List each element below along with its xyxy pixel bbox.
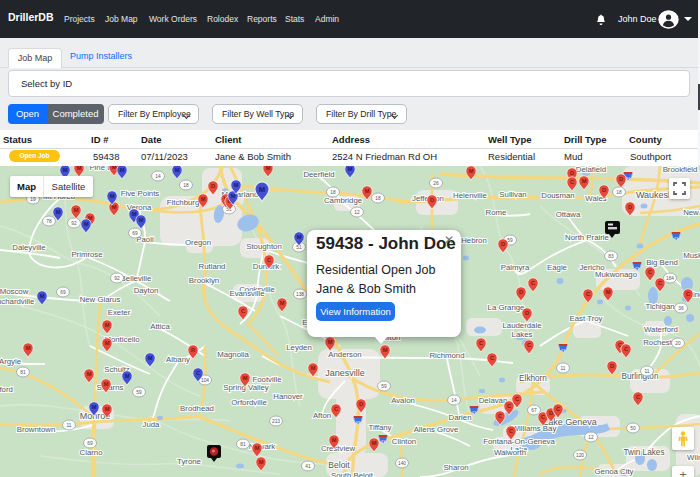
svg-text:14: 14 [155, 174, 161, 179]
svg-text:Cambridge: Cambridge [324, 196, 362, 205]
svg-text:New Berlin: New Berlin [683, 208, 700, 217]
svg-text:C: C [570, 179, 574, 185]
svg-text:M: M [84, 221, 89, 227]
svg-text:M: M [56, 209, 61, 215]
svg-text:Tiffany: Tiffany [369, 423, 392, 432]
svg-text:Five Points: Five Points [121, 189, 160, 198]
svg-text:Walworth: Walworth [494, 448, 526, 457]
svg-text:M: M [104, 381, 109, 387]
svg-text:83: 83 [608, 254, 614, 259]
svg-text:M: M [139, 217, 144, 223]
svg-text:C: C [241, 308, 245, 314]
svg-text:M: M [266, 166, 271, 171]
svg-text:M: M [105, 406, 110, 412]
svg-text:Fitchburg: Fitchburg [167, 198, 200, 207]
svg-text:D: D [610, 363, 614, 369]
svg-text:M: M [259, 459, 264, 465]
svg-text:C: C [586, 291, 590, 297]
svg-text:C: C [515, 396, 519, 402]
svg-text:D: D [430, 197, 434, 203]
svg-text:Dousman: Dousman [541, 191, 574, 200]
svg-text:14: 14 [451, 398, 457, 403]
svg-text:138: 138 [296, 292, 304, 297]
svg-text:Richmond: Richmond [429, 351, 464, 360]
svg-text:39: 39 [356, 420, 361, 425]
svg-text:M: M [201, 196, 206, 202]
svg-text:M: M [311, 365, 316, 371]
svg-text:M: M [383, 347, 388, 353]
svg-text:69: 69 [60, 290, 66, 295]
svg-text:Lakes: Lakes [512, 330, 533, 339]
svg-text:Argyle: Argyle [0, 357, 21, 366]
svg-text:M: M [120, 167, 125, 173]
svg-text:Wilmot: Wilmot [687, 453, 700, 462]
svg-text:20: 20 [675, 341, 681, 346]
svg-text:19: 19 [30, 197, 36, 202]
svg-text:M: M [175, 167, 180, 173]
svg-text:59: 59 [136, 390, 142, 395]
svg-text:M: M [148, 355, 153, 361]
svg-text:M: M [255, 445, 260, 451]
svg-text:Blanchardville: Blanchardville [0, 297, 34, 306]
svg-text:C: C [624, 346, 628, 352]
svg-text:41: 41 [305, 464, 311, 469]
svg-text:C: C [648, 269, 652, 275]
svg-text:M: M [110, 193, 115, 199]
svg-text:Orfordville: Orfordville [231, 398, 267, 407]
svg-text:M: M [105, 340, 110, 346]
svg-text:C: C [196, 370, 200, 376]
svg-text:M: M [40, 293, 45, 299]
svg-text:78: 78 [46, 219, 52, 224]
svg-text:Brooklyn: Brooklyn [189, 276, 219, 285]
svg-text:59: 59 [381, 384, 387, 389]
svg-text:D: D [525, 310, 529, 316]
svg-text:43: 43 [381, 439, 386, 444]
svg-text:M: M [582, 178, 587, 184]
svg-text:C: C [509, 428, 513, 434]
svg-text:Delavan: Delavan [479, 396, 508, 405]
svg-text:M: M [280, 300, 285, 306]
svg-text:Darien: Darien [449, 413, 472, 422]
svg-text:Moscow: Moscow [0, 287, 29, 296]
svg-text:Elkhorn: Elkhorn [519, 374, 547, 383]
svg-text:M: M [74, 207, 79, 213]
svg-text:M: M [77, 166, 82, 171]
svg-text:M: M [469, 168, 474, 174]
svg-text:M: M [348, 166, 353, 172]
svg-text:140: 140 [398, 461, 406, 466]
svg-text:11: 11 [67, 423, 72, 428]
svg-text:D: D [501, 241, 505, 247]
svg-text:D: D [549, 410, 553, 416]
svg-text:Mukwonago: Mukwonago [595, 270, 638, 279]
svg-text:Sullivan: Sullivan [499, 190, 526, 199]
svg-text:Tichigan: Tichigan [645, 302, 674, 311]
svg-text:Belleville: Belleville [121, 274, 152, 283]
svg-text:12: 12 [588, 435, 594, 440]
svg-text:M: M [26, 345, 31, 351]
svg-text:D: D [619, 176, 623, 182]
svg-text:Stoughton: Stoughton [246, 242, 282, 251]
svg-text:Rutland: Rutland [199, 262, 226, 271]
svg-text:Brookfield: Brookfield [663, 166, 698, 174]
svg-text:Delafield: Delafield [576, 166, 606, 174]
svg-text:213: 213 [272, 419, 280, 424]
svg-text:M: M [297, 234, 302, 240]
svg-text:Brodhead: Brodhead [180, 404, 214, 413]
svg-text:M: M [332, 437, 337, 443]
svg-text:26: 26 [433, 181, 439, 186]
svg-text:D: D [359, 401, 363, 407]
svg-text:M: M [92, 404, 97, 410]
svg-text:C: C [658, 280, 662, 286]
svg-text:M: M [132, 211, 137, 217]
svg-text:11: 11 [561, 366, 566, 371]
svg-text:Ottawa: Ottawa [556, 210, 581, 219]
svg-text:R: R [191, 347, 195, 353]
svg-text:M: M [105, 322, 110, 328]
svg-text:Juda: Juda [143, 420, 161, 429]
svg-text:C: C [334, 406, 338, 412]
svg-text:92: 92 [71, 221, 77, 226]
svg-text:120: 120 [576, 453, 584, 458]
svg-text:Helenville: Helenville [453, 191, 487, 200]
svg-text:Allens Grove: Allens Grove [414, 425, 459, 434]
svg-text:11: 11 [645, 369, 650, 374]
